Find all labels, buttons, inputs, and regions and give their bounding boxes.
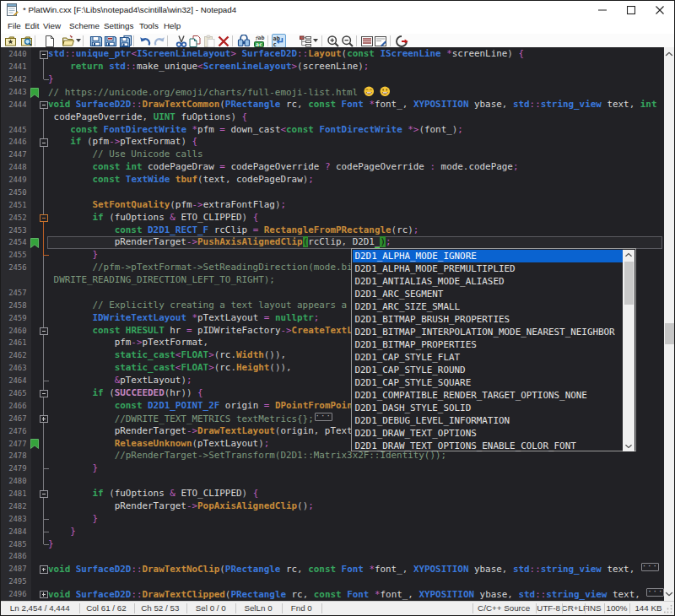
- autocomplete-item[interactable]: D2D1_ANTIALIAS_MODE_ALIASED: [353, 275, 624, 288]
- fold-expand-icon[interactable]: [40, 591, 48, 599]
- fold-expand-icon[interactable]: [40, 565, 48, 574]
- popup-scroll-thumb[interactable]: [624, 262, 634, 305]
- fold-collapse-icon[interactable]: [40, 490, 48, 499]
- minimize-button[interactable]: [589, 1, 616, 19]
- save-button[interactable]: [89, 34, 103, 48]
- save-as-button[interactable]: [103, 34, 117, 48]
- folded-text-ellipsis[interactable]: ···: [641, 563, 659, 571]
- code-text[interactable]: const TextWide tbuf(text, codePageDraw);: [48, 174, 314, 186]
- folded-text-ellipsis[interactable]: ···: [646, 588, 664, 597]
- code-text[interactable]: }: [48, 538, 54, 551]
- status-file-size[interactable]: 144 KB: [629, 602, 667, 615]
- fold-collapse-icon[interactable]: [40, 214, 48, 223]
- autocomplete-item[interactable]: D2D1_ALPHA_MODE_PREMULTIPLIED: [353, 262, 624, 275]
- browse-button[interactable]: [20, 34, 35, 48]
- code-text[interactable]: const D2D1_RECT_F rcClip = RectangleFrom…: [48, 224, 418, 237]
- code-text[interactable]: }: [48, 462, 98, 475]
- fold-collapse-icon[interactable]: [40, 101, 48, 110]
- status-selected-lines[interactable]: SelLn 0: [235, 602, 282, 615]
- code-text[interactable]: void SurfaceD2D::DrawTextClipped(PRectan…: [48, 588, 664, 601]
- code-text[interactable]: const int codePageDraw = codePageOverrid…: [48, 161, 518, 174]
- autocomplete-item[interactable]: D2D1_DEBUG_LEVEL_INFORMATION: [353, 414, 624, 427]
- menu-settings[interactable]: Settings: [104, 19, 133, 34]
- fold-collapse-icon[interactable]: [40, 51, 48, 59]
- new-file-button[interactable]: [42, 34, 57, 48]
- status-line-ending[interactable]: CR+LF: [562, 602, 585, 615]
- autocomplete-item[interactable]: D2D1_DRAW_TEXT_OPTIONS: [353, 427, 624, 440]
- menu-file[interactable]: File: [8, 19, 21, 34]
- folded-text-ellipsis[interactable]: ···: [315, 413, 332, 421]
- favorites-button[interactable]: [3, 34, 18, 48]
- status-line[interactable]: Ln 2,454 / 4,444: [1, 602, 79, 615]
- autocomplete-item[interactable]: D2D1_BITMAP_PROPERTIES: [353, 338, 624, 351]
- status-selection[interactable]: Sel 0 / 0: [186, 602, 235, 615]
- menu-scheme[interactable]: Scheme: [69, 19, 100, 34]
- status-character[interactable]: Ch 52 / 53: [134, 602, 187, 615]
- delete-button[interactable]: [216, 34, 230, 48]
- undo-button[interactable]: [138, 34, 153, 48]
- code-text[interactable]: void SurfaceD2D::DrawTextNoClip(PRectang…: [48, 563, 659, 575]
- maximize-button[interactable]: [618, 1, 645, 19]
- select-scheme-button-dropdown[interactable]: [313, 39, 318, 42]
- code-text[interactable]: &pTextLayout);: [48, 375, 192, 387]
- popup-scroll-down-button[interactable]: [623, 440, 634, 451]
- autocomplete-item[interactable]: D2D1_DRAW_TEXT_OPTIONS_ENABLE_COLOR_FONT: [353, 440, 624, 452]
- menu-help[interactable]: Help: [164, 19, 181, 34]
- title-bar[interactable]: * PlatWin.cxx [F:\Libs\notepad4\scintill…: [1, 1, 674, 19]
- code-editor[interactable]: 2440std::unique_ptr<IScreenLineLayout> S…: [1, 47, 674, 601]
- code-text[interactable]: }: [48, 526, 76, 538]
- replace-button[interactable]: fabac: [251, 34, 266, 48]
- autocomplete-item[interactable]: D2D1_DASH_STYLE_SOLID: [353, 402, 624, 414]
- status-find-count[interactable]: Fnd 0: [282, 602, 322, 615]
- status-encoding[interactable]: UTF-8: [536, 602, 562, 615]
- autocomplete-item[interactable]: D2D1_CAP_STYLE_ROUND: [353, 364, 624, 376]
- menu-tools[interactable]: Tools: [139, 19, 159, 34]
- line-numbers-button[interactable]: [360, 34, 375, 48]
- status-column[interactable]: Col 61 / 62: [79, 602, 134, 615]
- close-button[interactable]: [646, 1, 673, 19]
- code-text[interactable]: pfm->pTextFormat,: [48, 337, 208, 349]
- paste-button[interactable]: [202, 34, 216, 48]
- code-text[interactable]: DWRITE_READING_DIRECTION_LEFT_TO_RIGHT);: [54, 274, 275, 287]
- menu-view[interactable]: View: [43, 19, 61, 34]
- code-text[interactable]: if (pfm->pTextFormat) {: [48, 136, 197, 149]
- code-text[interactable]: SetFontQuality(pfm->extraFontFlag);: [48, 199, 286, 212]
- editor-vertical-scrollbar[interactable]: [664, 47, 674, 601]
- zoom-in-button[interactable]: [327, 34, 341, 48]
- autocomplete-item[interactable]: D2D1_BITMAP_BRUSH_PROPERTIES: [353, 313, 624, 326]
- fold-collapse-icon[interactable]: [40, 327, 48, 336]
- code-text[interactable]: static_cast<FLOAT>(rc.Width()),: [48, 349, 286, 362]
- overtype-button[interactable]: [374, 34, 388, 48]
- exit-button[interactable]: [394, 34, 408, 48]
- code-text[interactable]: const FontDirectWrite *pfm = down_cast<c…: [48, 124, 463, 137]
- popup-scrollbar[interactable]: [623, 250, 634, 452]
- code-text[interactable]: // https://unicode.org/emoji/charts/full…: [48, 86, 390, 99]
- autocomplete-item[interactable]: D2D1_ALPHA_MODE_IGNORE: [353, 250, 624, 262]
- scroll-thumb[interactable]: [665, 323, 674, 344]
- open-file-button-dropdown[interactable]: [76, 39, 81, 42]
- status-insert-mode[interactable]: INS: [585, 602, 604, 615]
- redo-button[interactable]: [153, 34, 167, 48]
- word-wrap-button[interactable]: abc: [272, 34, 286, 48]
- open-file-button[interactable]: [61, 34, 75, 48]
- code-text[interactable]: static_cast<FLOAT>(rc.Height()),: [48, 362, 292, 375]
- code-text[interactable]: if (SUCCEEDED(hr)) {: [48, 387, 203, 400]
- status-scheme[interactable]: C/C++ Source: [472, 602, 536, 615]
- fold-collapse-icon[interactable]: [40, 138, 48, 147]
- popup-scroll-up-button[interactable]: [623, 250, 634, 261]
- code-text[interactable]: IDWriteTextLayout *pTextLayout = nullptr…: [48, 312, 319, 325]
- find-button[interactable]: [237, 34, 251, 48]
- autocomplete-item[interactable]: D2D1_ARC_SEGMENT: [353, 288, 624, 300]
- autocomplete-item[interactable]: D2D1_CAP_STYLE_FLAT: [353, 351, 624, 364]
- code-text[interactable]: }: [48, 249, 98, 262]
- status-zoom[interactable]: 100%: [604, 602, 629, 615]
- autocomplete-item[interactable]: D2D1_COMPATIBLE_RENDER_TARGET_OPTIONS_NO…: [353, 389, 624, 402]
- code-text[interactable]: pRenderTarget->PushAxisAlignedClip(rcCli…: [48, 236, 392, 249]
- code-text[interactable]: // Use Unicode calls: [48, 149, 203, 161]
- cut-button[interactable]: [174, 34, 188, 48]
- select-scheme-button[interactable]: [299, 34, 313, 48]
- code-text[interactable]: return std::make_unique<ScreenLineLayout…: [48, 61, 369, 73]
- zoom-out-button[interactable]: [341, 34, 355, 48]
- code-text[interactable]: ReleaseUnknown(pTextLayout);: [48, 438, 269, 451]
- code-text[interactable]: }: [48, 513, 98, 526]
